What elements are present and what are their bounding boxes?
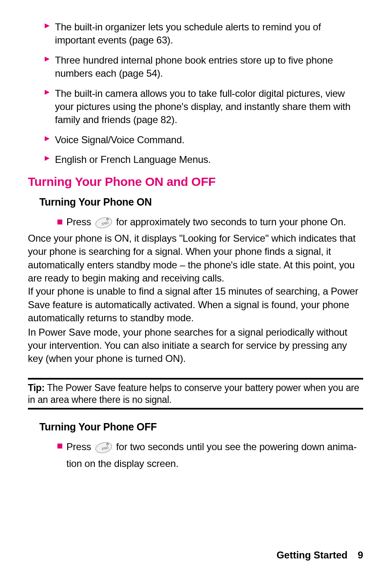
arrow-icon — [44, 156, 50, 161]
arrow-icon — [44, 136, 50, 142]
list-item: Three hundred internal phone book entrie… — [44, 54, 363, 80]
end-key-icon: END — [95, 217, 113, 232]
chapter-name: Getting Started — [277, 549, 348, 561]
bullet-text: Voice Signal/Voice Command. — [55, 133, 184, 146]
list-item: English or French Language Menus. — [44, 153, 363, 166]
arrow-icon — [44, 23, 50, 29]
square-icon — [57, 444, 62, 448]
arrow-icon — [44, 56, 50, 62]
end-key-icon: END — [95, 442, 113, 457]
list-item: The built-in camera allows you to take f… — [44, 87, 363, 127]
press-label: Press — [66, 441, 91, 452]
feature-list: The built-in organizer lets you schedule… — [44, 21, 363, 167]
off-line2: tion on the display screen. — [66, 457, 357, 470]
list-item: Voice Signal/Voice Command. — [44, 133, 363, 146]
page-footer: Getting Started 9 — [277, 549, 363, 561]
bullet-text: The built-in camera allows you to take f… — [55, 87, 363, 127]
off-after-text: for two seconds until you see the poweri… — [114, 441, 354, 452]
page-number: 9 — [358, 549, 363, 561]
svg-marker-3 — [45, 136, 50, 141]
section-title: Turning Your Phone ON and OFF — [28, 175, 363, 189]
arrow-icon — [44, 89, 50, 95]
svg-marker-2 — [45, 90, 50, 95]
svg-marker-4 — [45, 156, 50, 161]
on-after-text: for approximately two seconds to turn yo… — [114, 216, 346, 227]
svg-marker-0 — [45, 23, 50, 28]
svg-line-14 — [107, 443, 107, 444]
on-instructions: Press END for approximately two seconds … — [28, 215, 363, 366]
tip-callout: Tip: The Power Save feature helps to con… — [28, 382, 363, 406]
divider — [28, 378, 363, 380]
press-label: Press — [66, 216, 91, 227]
on-para1: Once your phone is ON, it displays "Look… — [28, 233, 355, 284]
svg-rect-10 — [57, 444, 62, 448]
tip-body: The Power Save feature helps to conserve… — [28, 382, 359, 405]
square-icon — [57, 220, 62, 224]
svg-marker-1 — [45, 57, 50, 62]
subheading-off: Turning Your Phone OFF — [39, 421, 363, 433]
list-item: The built-in organizer lets you schedule… — [44, 21, 363, 47]
divider — [28, 408, 363, 410]
subheading-on: Turning Your Phone ON — [39, 196, 363, 208]
tip-label: Tip: — [28, 382, 45, 393]
off-line1: Press END for two seconds until you see … — [66, 440, 357, 457]
off-instruction-row: Press END for two seconds until you see … — [57, 440, 363, 470]
bullet-text: The built-in organizer lets you schedule… — [55, 21, 363, 47]
svg-rect-5 — [57, 220, 62, 224]
svg-line-9 — [107, 218, 107, 219]
on-para2: If your phone is unable to find a signal… — [28, 285, 363, 325]
bullet-text: English or French Language Menus. — [55, 153, 211, 166]
on-para3: In Power Save mode, your phone searches … — [28, 326, 363, 366]
bullet-text: Three hundred internal phone book entrie… — [55, 54, 363, 80]
